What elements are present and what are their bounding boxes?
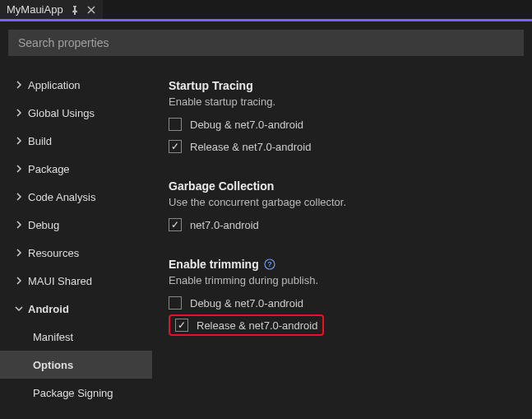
chevron-right-icon xyxy=(15,193,23,201)
checkbox-label: Release & net7.0-android xyxy=(197,319,317,332)
checkbox-row: Release & net7.0-android xyxy=(169,137,516,156)
section-desc: Enable trimming during publish. xyxy=(169,274,516,286)
sidebar-item-package[interactable]: Package xyxy=(0,155,152,183)
sidebar-item-label: Options xyxy=(33,359,73,371)
sidebar-item-label: Manifest xyxy=(33,331,73,343)
help-icon[interactable]: ? xyxy=(264,258,275,270)
sidebar-item-manifest[interactable]: Manifest xyxy=(0,323,152,351)
chevron-down-icon xyxy=(15,305,23,313)
sidebar-item-maui-shared[interactable]: MAUI Shared xyxy=(0,267,152,295)
checkbox[interactable] xyxy=(169,218,182,231)
section-garbage-collection: Garbage Collection Use the concurrent ga… xyxy=(169,179,516,235)
checkbox-label: Debug & net7.0-android xyxy=(190,119,303,131)
checkbox-label: net7.0-android xyxy=(190,219,259,231)
close-icon[interactable] xyxy=(86,5,96,15)
sidebar-item-code-analysis[interactable]: Code Analysis xyxy=(0,183,152,211)
sidebar-item-resources[interactable]: Resources xyxy=(0,239,152,267)
sidebar-item-label: Application xyxy=(28,79,81,91)
sidebar-item-debug[interactable]: Debug xyxy=(0,211,152,239)
checkbox-label: Release & net7.0-android xyxy=(190,141,311,153)
checkbox-row: net7.0-android xyxy=(169,215,516,235)
chevron-right-icon xyxy=(15,249,23,257)
sidebar-item-android[interactable]: Android xyxy=(0,295,152,323)
section-title: Startup Tracing xyxy=(169,79,516,92)
chevron-right-icon xyxy=(15,277,23,285)
chevron-right-icon xyxy=(15,109,23,117)
sidebar-item-label: Debug xyxy=(28,219,59,231)
sidebar-item-label: Build xyxy=(28,135,52,147)
checkbox[interactable] xyxy=(169,296,182,310)
section-desc: Use the concurrent garbage collector. xyxy=(169,196,516,208)
section-desc: Enable startup tracing. xyxy=(169,95,516,108)
section-startup-tracing: Startup Tracing Enable startup tracing. … xyxy=(169,79,516,156)
checkbox[interactable] xyxy=(169,140,182,153)
main-panel: Startup Tracing Enable startup tracing. … xyxy=(152,64,532,419)
sidebar-item-options[interactable]: Options xyxy=(0,351,152,379)
sidebar-item-label: Package xyxy=(28,163,70,175)
sidebar-item-label: Android xyxy=(28,303,69,315)
sidebar-item-application[interactable]: Application xyxy=(0,71,152,99)
chevron-right-icon xyxy=(15,137,23,145)
sidebar-item-label: Code Analysis xyxy=(28,191,95,203)
tab-bar: MyMauiApp xyxy=(0,0,532,21)
chevron-right-icon xyxy=(15,221,23,229)
sidebar-item-label: Package Signing xyxy=(33,387,113,399)
sidebar-item-build[interactable]: Build xyxy=(0,127,152,155)
search-row xyxy=(0,21,532,64)
section-title: Enable trimming ? xyxy=(169,258,516,271)
sidebar-item-package-signing[interactable]: Package Signing xyxy=(0,379,152,407)
checkbox-label: Debug & net7.0-android xyxy=(190,297,303,310)
checkbox[interactable] xyxy=(169,118,182,131)
search-input[interactable] xyxy=(8,30,524,56)
sidebar-item-label: Global Usings xyxy=(28,107,95,119)
svg-text:?: ? xyxy=(267,260,272,268)
section-title-text: Enable trimming xyxy=(169,258,259,271)
tab-mymauiapp[interactable]: MyMauiApp xyxy=(0,0,103,19)
sidebar: ApplicationGlobal UsingsBuildPackageCode… xyxy=(0,64,152,419)
chevron-right-icon xyxy=(15,81,23,89)
chevron-right-icon xyxy=(15,165,23,173)
sidebar-item-label: MAUI Shared xyxy=(28,275,92,287)
checkbox[interactable] xyxy=(175,319,188,332)
highlighted-option: Release & net7.0-android xyxy=(169,314,324,336)
checkbox-row: Debug & net7.0-android xyxy=(169,114,516,134)
sidebar-item-global-usings[interactable]: Global Usings xyxy=(0,99,152,127)
section-enable-trimming: Enable trimming ? Enable trimming during… xyxy=(169,258,516,336)
pin-icon[interactable] xyxy=(70,5,80,15)
section-title: Garbage Collection xyxy=(169,179,516,193)
sidebar-item-label: Resources xyxy=(28,247,79,259)
checkbox-row: Debug & net7.0-android xyxy=(169,293,516,313)
tab-title: MyMauiApp xyxy=(7,3,63,16)
